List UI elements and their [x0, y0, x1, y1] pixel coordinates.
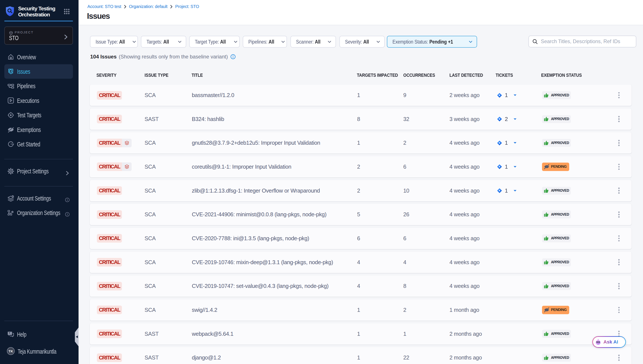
- svg-text:?: ?: [9, 332, 10, 335]
